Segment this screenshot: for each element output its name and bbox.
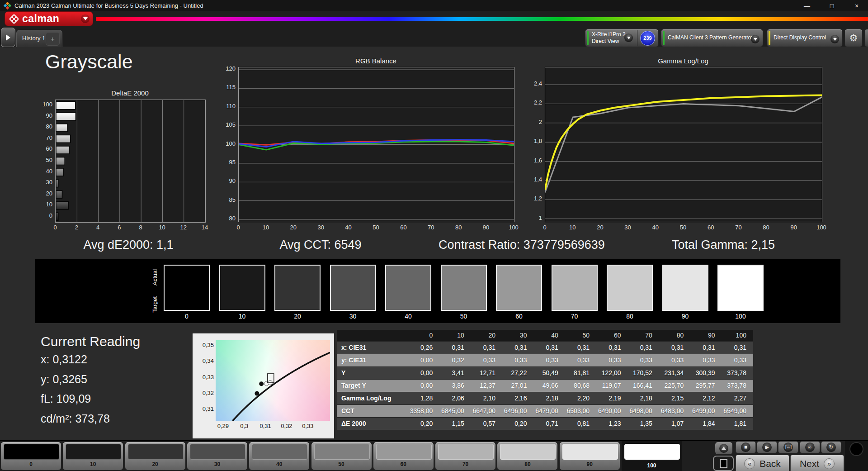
pattern-window-button[interactable]: [713, 456, 734, 471]
swatch-label: 30: [330, 313, 376, 320]
restore-icon[interactable]: □: [827, 2, 837, 10]
stat-contrast-ratio: Contrast Ratio: 373779569639: [439, 238, 605, 252]
layout-nav-arrow-button[interactable]: [1, 28, 15, 47]
pattern-swatch: [128, 444, 184, 460]
pattern-tile-10[interactable]: 10: [63, 442, 123, 470]
axis-tick-label: 80: [455, 224, 462, 231]
swatch-label: 50: [441, 313, 487, 320]
infinite-loop-button[interactable]: ∞: [800, 441, 820, 453]
measurement-table: 0102030405060708090100x: CIE310,260,310,…: [337, 330, 753, 430]
pattern-tile-0[interactable]: 0: [1, 442, 61, 470]
close-icon[interactable]: ×: [852, 2, 862, 10]
table-row: CCT3358,006845,006647,006496,006479,0065…: [337, 405, 753, 418]
deltae-y-axis: 1009080706050403020100: [32, 100, 52, 222]
pattern-tile-100[interactable]: 100: [622, 441, 682, 471]
pattern-tile-60[interactable]: 60: [373, 442, 434, 470]
calman-app-window: Calman 2023 Calman Ultimate for Business…: [0, 0, 868, 471]
table-cell: 49,66: [533, 380, 565, 392]
table-cell: 166,41: [628, 380, 659, 392]
display-control-dropdown[interactable]: Direct Display Control: [767, 29, 843, 47]
axis-tick-label: 100: [816, 224, 826, 231]
tab-history-1[interactable]: History 1 +: [16, 30, 62, 47]
play-button[interactable]: ▶: [757, 441, 777, 453]
table-cell: 2,20: [565, 392, 596, 404]
pattern-bar-expand-button[interactable]: [715, 442, 732, 454]
interval-button[interactable]: [↔]: [778, 441, 798, 453]
chevron-down-icon: [624, 33, 633, 42]
pattern-tile-20[interactable]: 20: [125, 442, 185, 470]
table-row: Gamma Log/Log1,282,062,102,162,182,202,1…: [337, 392, 753, 405]
menu-caret-icon[interactable]: [81, 14, 90, 23]
pattern-tile-label: 0: [1, 461, 61, 467]
axis-tick-label: 50: [32, 157, 52, 163]
axis-tick-label: 10: [263, 224, 269, 231]
table-cell: 0,33: [596, 354, 627, 366]
table-cell: 27,22: [502, 367, 533, 379]
table-cell: 1,23: [596, 418, 627, 430]
minimize-icon[interactable]: —: [802, 2, 812, 10]
pattern-tile-80[interactable]: 80: [497, 442, 557, 470]
add-tab-button[interactable]: +: [46, 32, 60, 46]
back-button[interactable]: « Back: [736, 455, 789, 471]
table-cell: 0,31: [722, 342, 753, 354]
refresh-button[interactable]: ↻: [821, 441, 841, 453]
meter-mode: Direct View: [592, 38, 619, 44]
table-cell: 0,33: [502, 354, 533, 366]
meter-dropdown[interactable]: X-Rite i1Pro 2 Direct View 239: [585, 29, 659, 47]
axis-tick-label: 10: [159, 224, 165, 231]
pattern-window-icon: [720, 459, 727, 468]
axis-tick-label: 50: [680, 224, 686, 231]
collapse-panel-button[interactable]: [864, 29, 868, 47]
cie-x-axis: 0,290,30,310,320,33: [216, 423, 330, 431]
grayscale-swatch-50: [441, 265, 487, 311]
table-cell: 0,33: [722, 354, 753, 366]
axis-tick-label: 30: [32, 179, 52, 186]
pattern-tile-label: 50: [311, 461, 372, 467]
table-cell: 2,19: [596, 392, 627, 404]
table-column-header: 30: [502, 330, 533, 341]
axis-tick-label: 4: [96, 224, 99, 231]
pattern-tile-40[interactable]: 40: [249, 442, 309, 470]
axis-tick-label: 90: [791, 224, 797, 231]
axis-tick-label: 0,33: [302, 423, 313, 429]
gear-icon[interactable]: ⚙: [844, 29, 863, 47]
table-cell: 373,78: [722, 380, 753, 392]
pattern-bar: ■▶[↔]∞↻ « Back Next » 010203040506070809…: [0, 440, 868, 471]
grayscale-swatch-strip: Actual Target 0102030405060708090100: [35, 259, 840, 323]
pattern-tile-50[interactable]: 50: [311, 442, 372, 470]
pattern-generator-label: CalMAN Client 3 Pattern Generator: [668, 29, 753, 46]
calman-menu-button[interactable]: calman: [5, 11, 93, 26]
grayscale-swatch-70: [552, 265, 598, 311]
rgb-x-axis: 0102030405060708090100: [238, 224, 514, 232]
axis-tick-label: 0: [543, 224, 546, 231]
axis-tick-label: 100: [220, 140, 236, 147]
table-cell: 2,27: [722, 392, 753, 404]
meter-count-badge[interactable]: 239: [640, 31, 655, 46]
pattern-swatch: [252, 444, 307, 460]
play-icon: ▶: [762, 442, 772, 452]
axis-tick-label: 70: [735, 224, 741, 231]
pattern-tile-90[interactable]: 90: [560, 442, 620, 470]
gamma-chart-title: Gamma Log/Log: [545, 57, 821, 65]
next-button[interactable]: Next »: [790, 455, 844, 471]
arrow-up-icon: [722, 447, 726, 450]
pattern-tile-70[interactable]: 70: [435, 442, 495, 470]
logo-text: calman: [22, 12, 59, 25]
current-nits: cd/m²: 373,78: [41, 412, 110, 425]
table-cell: 6503,00: [565, 405, 596, 417]
table-cell: 50,49: [533, 367, 565, 379]
rgb-y-axis: 80859095100105110115120: [220, 67, 236, 221]
stop-button[interactable]: ■: [736, 441, 756, 453]
pattern-tile-30[interactable]: 30: [187, 442, 247, 470]
grayscale-swatch-80: [607, 265, 653, 311]
pattern-swatch: [562, 444, 618, 460]
titlebar: Calman 2023 Calman Ultimate for Business…: [0, 0, 868, 11]
pattern-generator-dropdown[interactable]: CalMAN Client 3 Pattern Generator: [661, 29, 763, 47]
grayscale-swatch-10: [219, 265, 265, 311]
table-cell: 12,71: [471, 367, 502, 379]
swatch-row-label-target: Target: [151, 291, 160, 318]
table-row-label: Gamma Log/Log: [337, 392, 408, 404]
axis-tick-label: 6: [118, 224, 121, 231]
window-title: Calman 2023 Calman Ultimate for Business…: [14, 0, 203, 11]
table-cell: 0,31: [439, 342, 471, 354]
